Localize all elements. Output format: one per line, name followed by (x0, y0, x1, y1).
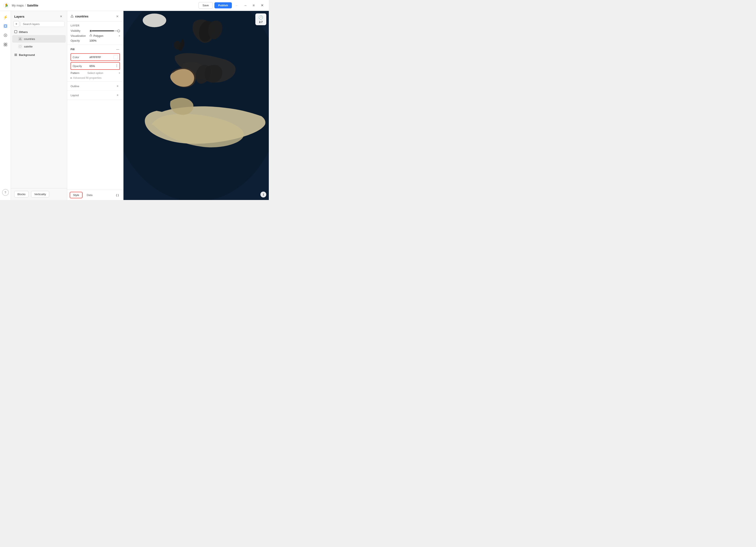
props-title: countries (75, 15, 113, 18)
puzzle-button[interactable] (2, 41, 9, 49)
opacity-fill-highlighted-row: Opacity 65% (71, 62, 120, 70)
back-button[interactable]: ← (234, 2, 240, 9)
layers-search-row: + (11, 21, 67, 29)
app-logo[interactable] (3, 3, 9, 8)
add-icon: + (15, 22, 17, 26)
outline-label: Outline (71, 85, 115, 88)
verticality-button[interactable]: Verticality (31, 191, 49, 197)
advanced-fill-arrow-icon: ▶ (71, 77, 72, 79)
group-background-icon (14, 53, 17, 57)
pattern-label: Pattern (71, 71, 87, 75)
hamburger-icon: ≡ (253, 4, 255, 7)
pattern-row: Pattern Select option ▾ (71, 71, 120, 75)
close-icon: ✕ (261, 3, 264, 7)
topbar: My maps / Satellite Save Publish ← → ≡ ✕ (0, 0, 269, 11)
breadcrumb-parent[interactable]: My maps (12, 4, 24, 7)
code-icon: { } (116, 193, 119, 197)
lightning-icon: ⚡ (3, 15, 8, 20)
svg-rect-15 (14, 55, 17, 56)
layers-button[interactable] (2, 23, 9, 30)
forward-button[interactable]: → (242, 2, 249, 9)
tab-data-label: Data (87, 193, 92, 197)
sliders-button[interactable] (2, 32, 9, 39)
outline-add-button[interactable]: + (115, 84, 120, 88)
help-button[interactable]: ? (2, 189, 9, 196)
svg-point-20 (117, 67, 117, 67)
layout-add-icon: + (117, 93, 118, 97)
zoom-value: 2.7 (259, 21, 263, 24)
svg-point-18 (117, 64, 117, 65)
svg-rect-14 (14, 55, 17, 55)
props-close-icon: ✕ (116, 15, 119, 18)
icon-sidebar: ⚡ (0, 11, 11, 200)
color-label: Color (73, 56, 89, 59)
advanced-fill[interactable]: ▶ Advanced fill properties (71, 76, 120, 79)
puzzle-icon (4, 43, 7, 47)
svg-rect-13 (14, 54, 17, 54)
svg-point-22 (123, 11, 269, 200)
layer-item-countries[interactable]: countries (12, 35, 66, 43)
back-icon: ← (235, 4, 239, 7)
forward-icon: → (244, 4, 247, 7)
fill-collapse-button[interactable]: — (116, 47, 120, 51)
zoom-clock-icon: 🕐 (259, 15, 263, 20)
fill-section: Fill — Color #FFFFFF Opacity 65% (67, 45, 123, 82)
sliders-icon (4, 33, 7, 38)
polygon-icon (89, 34, 92, 37)
fill-header: Fill — (71, 47, 120, 51)
visualization-row: Visualization Polygon ▾ (71, 34, 120, 37)
group-background-label: Background (19, 53, 35, 57)
breadcrumb-separator: / (25, 4, 26, 7)
visualization-value: Polygon (93, 34, 118, 37)
properties-panel: countries ✕ Layer Visibility Visualiz (67, 11, 123, 200)
add-layer-button[interactable]: + (13, 21, 19, 27)
close-button[interactable]: ✕ (259, 2, 265, 9)
layer-item-satelite[interactable]: satelite (12, 43, 66, 50)
code-button[interactable]: { } (114, 192, 121, 198)
outline-add-icon: + (117, 84, 118, 88)
layers-close-button[interactable]: ✕ (59, 14, 64, 19)
layer-countries-label: countries (24, 37, 35, 41)
tab-style[interactable]: Style (70, 192, 83, 198)
question-icon: ? (5, 191, 6, 194)
fill-collapse-icon: — (116, 47, 119, 51)
fill-title: Fill (71, 48, 116, 51)
visualization-select[interactable]: Polygon ▾ (89, 34, 120, 37)
map-info-button[interactable]: ℹ (260, 192, 266, 197)
blocks-button[interactable]: Blocks (14, 191, 29, 197)
lightning-button[interactable]: ⚡ (2, 13, 9, 21)
color-highlighted-row: Color #FFFFFF (71, 53, 120, 61)
props-title-icon (71, 15, 73, 18)
pattern-placeholder: Select option (87, 71, 119, 75)
color-swatch[interactable] (114, 55, 118, 59)
props-header: countries ✕ (67, 11, 123, 22)
svg-rect-6 (4, 43, 5, 44)
search-input[interactable] (21, 21, 64, 27)
svg-rect-2 (5, 25, 6, 27)
svg-point-19 (117, 66, 117, 66)
publish-button[interactable]: Publish (214, 2, 232, 8)
topbar-actions: Save Publish ← → ≡ ✕ (198, 2, 265, 9)
svg-rect-8 (4, 45, 5, 46)
pattern-select[interactable]: Select option ▾ (87, 71, 120, 75)
props-close-button[interactable]: ✕ (115, 14, 120, 19)
menu-button[interactable]: ≡ (250, 2, 257, 9)
svg-marker-17 (90, 34, 92, 36)
group-others: Others (11, 29, 67, 35)
tab-data[interactable]: Data (84, 192, 95, 198)
group-others-icon (14, 30, 17, 34)
visibility-slider[interactable] (89, 30, 120, 31)
svg-rect-10 (14, 30, 17, 33)
layout-add-button[interactable]: + (115, 93, 120, 97)
svg-rect-9 (6, 45, 7, 46)
row-indicator (116, 64, 118, 68)
layers-panel: Layers ✕ + Others (11, 11, 67, 200)
svg-rect-1 (4, 25, 7, 28)
svg-point-24 (174, 41, 181, 50)
save-button[interactable]: Save (198, 2, 213, 9)
map-area[interactable]: 🕐 2.7 ℹ (123, 11, 269, 200)
layers-title: Layers (14, 15, 57, 18)
layers-icon (4, 24, 7, 29)
breadcrumb-current: Satellite (27, 4, 38, 7)
layers-close-icon: ✕ (60, 15, 62, 18)
